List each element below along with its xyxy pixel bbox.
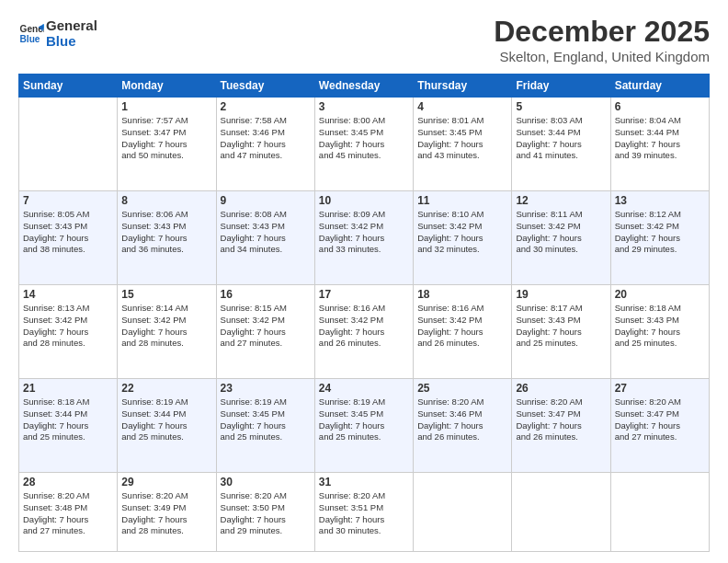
day-info: Sunrise: 8:13 AM Sunset: 3:42 PM Dayligh… bbox=[23, 303, 113, 350]
col-sunday: Sunday bbox=[19, 75, 118, 98]
day-info: Sunrise: 8:19 AM Sunset: 3:45 PM Dayligh… bbox=[221, 396, 311, 443]
day-number: 24 bbox=[319, 382, 409, 395]
day-info: Sunrise: 8:20 AM Sunset: 3:49 PM Dayligh… bbox=[121, 490, 211, 537]
day-cell: 23Sunrise: 8:19 AM Sunset: 3:45 PM Dayli… bbox=[216, 378, 314, 472]
day-number: 19 bbox=[516, 288, 606, 301]
col-tuesday: Tuesday bbox=[216, 75, 314, 98]
day-info: Sunrise: 8:04 AM Sunset: 3:44 PM Dayligh… bbox=[615, 115, 705, 162]
day-number: 8 bbox=[121, 194, 211, 207]
day-number: 21 bbox=[23, 382, 113, 395]
day-number: 25 bbox=[417, 382, 507, 395]
svg-text:Blue: Blue bbox=[20, 34, 40, 44]
week-row-1: 1Sunrise: 7:57 AM Sunset: 3:47 PM Daylig… bbox=[19, 98, 710, 191]
day-cell: 14Sunrise: 8:13 AM Sunset: 3:42 PM Dayli… bbox=[19, 284, 118, 378]
day-info: Sunrise: 8:20 AM Sunset: 3:47 PM Dayligh… bbox=[615, 396, 705, 443]
logo-general: General bbox=[46, 17, 97, 33]
day-info: Sunrise: 8:11 AM Sunset: 3:42 PM Dayligh… bbox=[516, 209, 606, 256]
day-info: Sunrise: 8:19 AM Sunset: 3:45 PM Dayligh… bbox=[319, 396, 409, 443]
day-cell: 4Sunrise: 8:01 AM Sunset: 3:45 PM Daylig… bbox=[414, 98, 512, 191]
day-info: Sunrise: 8:06 AM Sunset: 3:43 PM Dayligh… bbox=[121, 209, 211, 256]
day-cell: 3Sunrise: 8:00 AM Sunset: 3:45 PM Daylig… bbox=[314, 98, 413, 191]
location-subtitle: Skelton, England, United Kingdom bbox=[494, 49, 710, 64]
day-number: 5 bbox=[516, 100, 606, 113]
day-cell: 13Sunrise: 8:12 AM Sunset: 3:42 PM Dayli… bbox=[610, 190, 709, 284]
day-info: Sunrise: 8:20 AM Sunset: 3:46 PM Dayligh… bbox=[417, 396, 507, 443]
header-row: Sunday Monday Tuesday Wednesday Thursday… bbox=[19, 75, 710, 98]
calendar-table: Sunday Monday Tuesday Wednesday Thursday… bbox=[18, 74, 710, 552]
day-cell bbox=[512, 472, 610, 551]
week-row-5: 28Sunrise: 8:20 AM Sunset: 3:48 PM Dayli… bbox=[19, 472, 710, 551]
day-info: Sunrise: 8:20 AM Sunset: 3:51 PM Dayligh… bbox=[319, 490, 409, 537]
day-info: Sunrise: 8:16 AM Sunset: 3:42 PM Dayligh… bbox=[417, 303, 507, 350]
day-cell: 7Sunrise: 8:05 AM Sunset: 3:43 PM Daylig… bbox=[19, 190, 118, 284]
day-info: Sunrise: 7:58 AM Sunset: 3:46 PM Dayligh… bbox=[221, 115, 311, 162]
day-number: 14 bbox=[23, 288, 113, 301]
day-number: 4 bbox=[417, 100, 507, 113]
day-number: 17 bbox=[319, 288, 409, 301]
day-number: 27 bbox=[615, 382, 705, 395]
day-cell: 26Sunrise: 8:20 AM Sunset: 3:47 PM Dayli… bbox=[512, 378, 610, 472]
day-cell: 25Sunrise: 8:20 AM Sunset: 3:46 PM Dayli… bbox=[414, 378, 512, 472]
day-number: 12 bbox=[516, 194, 606, 207]
col-monday: Monday bbox=[118, 75, 216, 98]
day-number: 20 bbox=[615, 288, 705, 301]
day-info: Sunrise: 8:08 AM Sunset: 3:43 PM Dayligh… bbox=[221, 209, 311, 256]
day-cell: 29Sunrise: 8:20 AM Sunset: 3:49 PM Dayli… bbox=[118, 472, 216, 551]
day-info: Sunrise: 8:05 AM Sunset: 3:43 PM Dayligh… bbox=[23, 209, 113, 256]
day-cell: 31Sunrise: 8:20 AM Sunset: 3:51 PM Dayli… bbox=[314, 472, 413, 551]
day-info: Sunrise: 8:19 AM Sunset: 3:44 PM Dayligh… bbox=[121, 396, 211, 443]
logo: General Blue General Blue bbox=[18, 18, 97, 49]
day-number: 9 bbox=[221, 194, 311, 207]
day-cell: 6Sunrise: 8:04 AM Sunset: 3:44 PM Daylig… bbox=[610, 98, 709, 191]
day-number: 7 bbox=[23, 194, 113, 207]
day-cell bbox=[19, 98, 118, 191]
day-cell: 28Sunrise: 8:20 AM Sunset: 3:48 PM Dayli… bbox=[19, 472, 118, 551]
day-info: Sunrise: 8:09 AM Sunset: 3:42 PM Dayligh… bbox=[319, 209, 409, 256]
logo-blue: Blue bbox=[46, 34, 97, 50]
day-number: 2 bbox=[221, 100, 311, 113]
day-cell: 21Sunrise: 8:18 AM Sunset: 3:44 PM Dayli… bbox=[19, 378, 118, 472]
day-info: Sunrise: 8:20 AM Sunset: 3:48 PM Dayligh… bbox=[23, 490, 113, 537]
day-info: Sunrise: 8:10 AM Sunset: 3:42 PM Dayligh… bbox=[417, 209, 507, 256]
day-number: 18 bbox=[417, 288, 507, 301]
day-number: 28 bbox=[23, 476, 113, 488]
day-info: Sunrise: 8:14 AM Sunset: 3:42 PM Dayligh… bbox=[121, 303, 211, 350]
day-cell: 24Sunrise: 8:19 AM Sunset: 3:45 PM Dayli… bbox=[314, 378, 413, 472]
day-info: Sunrise: 7:57 AM Sunset: 3:47 PM Dayligh… bbox=[121, 115, 211, 162]
day-cell: 30Sunrise: 8:20 AM Sunset: 3:50 PM Dayli… bbox=[216, 472, 314, 551]
day-info: Sunrise: 8:03 AM Sunset: 3:44 PM Dayligh… bbox=[516, 115, 606, 162]
day-cell: 12Sunrise: 8:11 AM Sunset: 3:42 PM Dayli… bbox=[512, 190, 610, 284]
day-cell: 18Sunrise: 8:16 AM Sunset: 3:42 PM Dayli… bbox=[414, 284, 512, 378]
header: General Blue General Blue December 2025 … bbox=[18, 15, 710, 64]
day-cell bbox=[610, 472, 709, 551]
day-info: Sunrise: 8:18 AM Sunset: 3:43 PM Dayligh… bbox=[615, 303, 705, 350]
day-number: 22 bbox=[121, 382, 211, 395]
col-friday: Friday bbox=[512, 75, 610, 98]
day-cell: 19Sunrise: 8:17 AM Sunset: 3:43 PM Dayli… bbox=[512, 284, 610, 378]
day-cell: 9Sunrise: 8:08 AM Sunset: 3:43 PM Daylig… bbox=[216, 190, 314, 284]
day-cell: 27Sunrise: 8:20 AM Sunset: 3:47 PM Dayli… bbox=[610, 378, 709, 472]
day-number: 23 bbox=[221, 382, 311, 395]
day-info: Sunrise: 8:20 AM Sunset: 3:47 PM Dayligh… bbox=[516, 396, 606, 443]
day-number: 29 bbox=[121, 476, 211, 488]
day-info: Sunrise: 8:01 AM Sunset: 3:45 PM Dayligh… bbox=[417, 115, 507, 162]
day-number: 13 bbox=[615, 194, 705, 207]
day-cell: 2Sunrise: 7:58 AM Sunset: 3:46 PM Daylig… bbox=[216, 98, 314, 191]
page: General Blue General Blue December 2025 … bbox=[0, 0, 728, 563]
day-cell: 11Sunrise: 8:10 AM Sunset: 3:42 PM Dayli… bbox=[414, 190, 512, 284]
day-number: 3 bbox=[319, 100, 409, 113]
month-title: December 2025 bbox=[494, 15, 710, 49]
day-info: Sunrise: 8:18 AM Sunset: 3:44 PM Dayligh… bbox=[23, 396, 113, 443]
day-cell: 10Sunrise: 8:09 AM Sunset: 3:42 PM Dayli… bbox=[314, 190, 413, 284]
day-number: 26 bbox=[516, 382, 606, 395]
day-cell bbox=[414, 472, 512, 551]
logo-icon: General Blue bbox=[18, 21, 44, 47]
day-info: Sunrise: 8:00 AM Sunset: 3:45 PM Dayligh… bbox=[319, 115, 409, 162]
day-info: Sunrise: 8:12 AM Sunset: 3:42 PM Dayligh… bbox=[615, 209, 705, 256]
day-cell: 20Sunrise: 8:18 AM Sunset: 3:43 PM Dayli… bbox=[610, 284, 709, 378]
col-saturday: Saturday bbox=[610, 75, 709, 98]
day-cell: 8Sunrise: 8:06 AM Sunset: 3:43 PM Daylig… bbox=[118, 190, 216, 284]
svg-text:General: General bbox=[20, 24, 44, 34]
week-row-4: 21Sunrise: 8:18 AM Sunset: 3:44 PM Dayli… bbox=[19, 378, 710, 472]
col-wednesday: Wednesday bbox=[314, 75, 413, 98]
